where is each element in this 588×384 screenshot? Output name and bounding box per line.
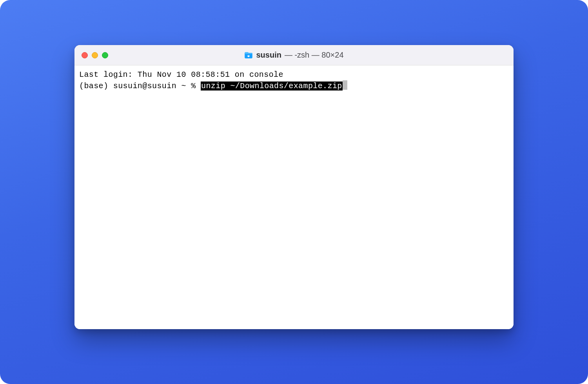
minimize-button[interactable]	[92, 52, 98, 58]
desktop-background: susuin — -zsh — 80×24 Last login: Thu No…	[0, 0, 588, 384]
title-details: — -zsh — 80×24	[285, 51, 344, 60]
title-bar[interactable]: susuin — -zsh — 80×24	[74, 45, 514, 65]
window-controls	[82, 52, 108, 58]
close-button[interactable]	[82, 52, 88, 58]
svg-point-0	[248, 55, 250, 57]
selected-command-text[interactable]: unzip ~/Downloads/example.zip	[201, 82, 343, 91]
zoom-button[interactable]	[102, 52, 108, 58]
window-title: susuin — -zsh — 80×24	[74, 51, 514, 60]
terminal-body[interactable]: Last login: Thu Nov 10 08:58:51 on conso…	[74, 65, 514, 329]
last-login-line: Last login: Thu Nov 10 08:58:51 on conso…	[79, 70, 283, 79]
folder-icon	[244, 52, 253, 59]
title-primary: susuin	[256, 51, 281, 60]
svg-rect-1	[249, 55, 249, 55]
terminal-window: susuin — -zsh — 80×24 Last login: Thu No…	[74, 45, 514, 329]
shell-prompt: (base) susuin@susuin ~ %	[79, 82, 201, 91]
text-cursor	[343, 80, 347, 90]
